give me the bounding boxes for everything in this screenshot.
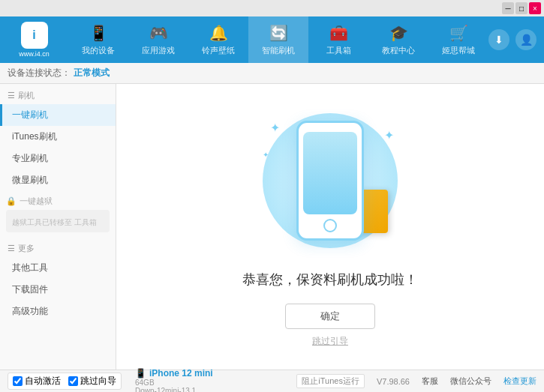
sidebar-item-advanced[interactable]: 高级功能 <box>0 301 116 322</box>
device-icon: 📱 <box>89 24 108 42</box>
logo-text: www.i4.cn <box>19 50 50 58</box>
sidebar-item-pro-flash[interactable]: 专业刷机 <box>0 148 116 169</box>
micro-flash-label: 微显刷机 <box>12 175 48 185</box>
apps-icon: 🎮 <box>149 24 168 42</box>
logo-area: i www.i4.cn <box>0 22 68 58</box>
close-button[interactable]: × <box>529 2 541 14</box>
sidebar-item-micro-flash[interactable]: 微显刷机 <box>0 169 116 191</box>
itunes-flash-label: iTunes刷机 <box>12 131 57 142</box>
device-name: iPhone 12 mini <box>149 368 213 379</box>
phone-screen <box>303 132 357 214</box>
jailbreak-label: 一键越狱 <box>20 196 53 207</box>
nav-label-smart-flash: 智能刷机 <box>262 45 295 56</box>
main-layout: ☰ 刷机 一键刷机 iTunes刷机 专业刷机 微显刷机 🔒 一键越狱 越狱工具… <box>0 84 544 370</box>
jailbreak-lock-section: 🔒 一键越狱 越狱工具已转移至 工具箱 <box>6 196 110 232</box>
confirm-button[interactable]: 确定 <box>285 304 375 329</box>
check-update-link[interactable]: 检查更新 <box>503 376 536 387</box>
sidebar-item-one-click-flash[interactable]: 一键刷机 <box>0 104 116 126</box>
sidebar-section-more: ☰ 更多 <box>0 237 116 257</box>
checkbox-skip-wizard[interactable]: 跳过向导 <box>68 375 116 388</box>
nav-label-shop: 姬思帮城 <box>442 45 475 56</box>
success-message: 恭喜您，保资料刷机成功啦！ <box>242 271 418 289</box>
auto-activate-checkbox[interactable] <box>13 376 23 386</box>
jailbreak-lock-title: 🔒 一键越狱 <box>6 196 110 207</box>
sparkle-3: ✦ <box>263 151 269 159</box>
sidebar-item-download-firmware[interactable]: 下载固件 <box>0 279 116 301</box>
one-click-flash-label: 一键刷机 <box>12 109 48 120</box>
maximize-button[interactable]: □ <box>515 2 527 14</box>
skip-link[interactable]: 跳过引导 <box>312 335 348 348</box>
toolbox-icon: 🧰 <box>329 24 348 42</box>
sidebar-section-flash: ☰ 刷机 <box>0 84 116 104</box>
flash-section-label: 刷机 <box>18 90 35 101</box>
device-info-panel: 📱 iPhone 12 mini 64GB Down-12mini-13,1 <box>135 368 213 393</box>
jailbreak-desc: 越狱工具已转移至 工具箱 <box>12 217 104 228</box>
version-label: V7.98.66 <box>377 377 410 386</box>
device-firmware: Down-12mini-13,1 <box>135 387 213 393</box>
download-firmware-label: 下载固件 <box>12 284 48 295</box>
skip-wizard-label: 跳过向导 <box>80 375 116 388</box>
support-link[interactable]: 客服 <box>422 376 438 387</box>
flash-section-icon: ☰ <box>8 91 15 100</box>
more-section-label: 更多 <box>18 243 35 254</box>
title-bar: ─ □ × <box>0 0 544 16</box>
nav-item-my-device[interactable]: 📱 我的设备 <box>68 16 128 63</box>
nav-label-my-device: 我的设备 <box>82 45 115 56</box>
nav-item-apps-games[interactable]: 🎮 应用游戏 <box>128 16 188 63</box>
wallpaper-icon: 🔔 <box>209 24 228 42</box>
sidebar: ☰ 刷机 一键刷机 iTunes刷机 专业刷机 微显刷机 🔒 一键越狱 越狱工具… <box>0 84 116 370</box>
status-label: 设备连接状态： <box>8 67 71 79</box>
skip-wizard-checkbox[interactable] <box>68 376 78 386</box>
phone-illustration <box>296 121 364 241</box>
device-storage: 64GB <box>135 379 213 387</box>
nav-item-shop[interactable]: 🛒 姬思帮城 <box>428 16 488 63</box>
jailbreak-notice: 越狱工具已转移至 工具箱 <box>6 210 110 232</box>
footer-right: 阻止iTunes运行 V7.98.66 客服 微信公众号 检查更新 <box>296 374 536 388</box>
flash-icon: 🔄 <box>269 24 288 42</box>
user-button[interactable]: 👤 <box>515 29 536 50</box>
lock-icon: 🔒 <box>6 196 17 206</box>
status-value: 正常模式 <box>74 67 110 79</box>
nav-item-toolbox[interactable]: 🧰 工具箱 <box>308 16 368 63</box>
nav-label-tutorial: 教程中心 <box>382 45 415 56</box>
checkbox-auto-activate[interactable]: 自动激活 <box>13 375 61 388</box>
download-button[interactable]: ⬇ <box>488 29 509 50</box>
auto-activate-label: 自动激活 <box>25 375 61 388</box>
footer: 自动激活 跳过向导 📱 iPhone 12 mini 64GB Down-12m… <box>0 370 544 392</box>
success-graphic: NEW ✦ ✦ ✦ <box>248 106 413 256</box>
advanced-label: 高级功能 <box>12 306 48 316</box>
wechat-public-link[interactable]: 微信公众号 <box>450 376 491 387</box>
header: i www.i4.cn 📱 我的设备 🎮 应用游戏 🔔 铃声壁纸 🔄 智能刷机 … <box>0 16 544 63</box>
stop-itunes-label[interactable]: 阻止iTunes运行 <box>296 374 365 388</box>
nav-label-apps-games: 应用游戏 <box>142 45 175 56</box>
footer-left: 自动激活 跳过向导 📱 iPhone 12 mini 64GB Down-12m… <box>8 368 213 393</box>
other-tools-label: 其他工具 <box>12 262 48 273</box>
sidebar-item-other-tools[interactable]: 其他工具 <box>0 257 116 279</box>
tutorial-icon: 🎓 <box>389 24 408 42</box>
pro-flash-label: 专业刷机 <box>12 153 48 163</box>
nav-item-wallpaper[interactable]: 🔔 铃声壁纸 <box>188 16 248 63</box>
sparkle-1: ✦ <box>270 121 280 135</box>
content-area: NEW ✦ ✦ ✦ 恭喜您，保资料刷机成功啦！ 确定 跳过引导 <box>116 84 544 370</box>
status-bar: 设备连接状态： 正常模式 <box>0 63 544 84</box>
shop-icon: 🛒 <box>449 24 468 42</box>
more-section-icon: ☰ <box>8 244 15 253</box>
logo-icon: i <box>21 22 48 49</box>
nav-label-wallpaper: 铃声壁纸 <box>202 45 235 56</box>
header-right: ⬇ 👤 <box>488 29 544 50</box>
nav-label-toolbox: 工具箱 <box>326 45 351 56</box>
sidebar-item-itunes-flash[interactable]: iTunes刷机 <box>0 126 116 148</box>
device-phone-icon: 📱 <box>135 368 146 379</box>
minimize-button[interactable]: ─ <box>502 2 514 14</box>
sparkle-2: ✦ <box>384 128 394 142</box>
nav-item-tutorial[interactable]: 🎓 教程中心 <box>368 16 428 63</box>
phone-home-btn <box>323 219 337 232</box>
nav-item-smart-flash[interactable]: 🔄 智能刷机 <box>248 16 308 63</box>
nav-items: 📱 我的设备 🎮 应用游戏 🔔 铃声壁纸 🔄 智能刷机 🧰 工具箱 🎓 教程中心… <box>68 16 488 63</box>
